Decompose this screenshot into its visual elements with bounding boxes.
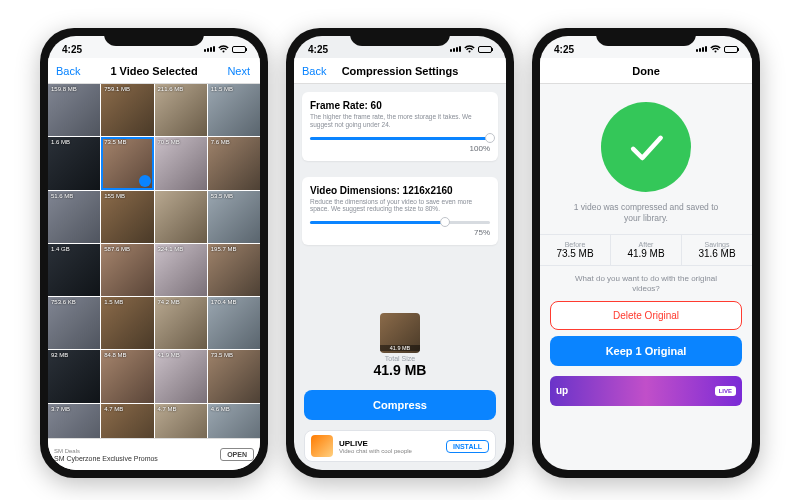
video-thumbnail[interactable]: 195.7 MB — [208, 244, 260, 296]
stats-row: Before 73.5 MB After 41.9 MB Savings 31.… — [540, 234, 752, 266]
before-value: 73.5 MB — [542, 248, 608, 259]
video-thumbnail[interactable]: 587.6 MB — [101, 244, 153, 296]
video-grid-scroll[interactable]: 159.8 MB759.1 MB211.6 MB11.5 MB1.6 MB73.… — [48, 84, 260, 438]
success-checkmark-icon — [601, 102, 691, 192]
video-thumbnail[interactable]: 73.5 MB — [101, 137, 153, 189]
frame-rate-desc: The higher the frame rate, the more stor… — [310, 113, 490, 129]
video-thumbnail[interactable]: 753.6 KB — [48, 297, 100, 349]
nav-bar: Back 1 Video Selected Next — [48, 58, 260, 84]
thumbnail-size: 41.9 MB — [158, 352, 180, 358]
thumbnail-size: 159.8 MB — [51, 86, 77, 92]
thumbnail-size: 7.6 MB — [211, 139, 230, 145]
thumbnail-size: 51.6 MB — [51, 193, 73, 199]
dimensions-slider[interactable] — [310, 221, 490, 224]
ad-tag: SM Deals — [54, 448, 80, 454]
dimensions-panel: Video Dimensions: 1216x2160 Reduce the d… — [302, 177, 498, 246]
thumbnail-size: 3.7 MB — [51, 406, 70, 412]
video-thumbnail[interactable]: 73.5 MB — [208, 350, 260, 402]
delete-original-button[interactable]: Delete Original — [550, 301, 742, 330]
banner-brand: up — [556, 385, 568, 396]
thumbnail-size: 74.2 MB — [158, 299, 180, 305]
thumbnail-size: 73.5 MB — [104, 139, 126, 145]
total-size-label: Total Size — [294, 355, 506, 362]
frame-rate-panel: Frame Rate: 60 The higher the frame rate… — [302, 92, 498, 161]
video-thumbnail[interactable]: 211.6 MB — [155, 84, 207, 136]
ad-install-button[interactable]: INSTALL — [446, 440, 489, 453]
video-thumbnail[interactable]: 70.5 MB — [155, 137, 207, 189]
video-thumbnail[interactable]: 3.7 MB — [48, 404, 100, 439]
keep-original-button[interactable]: Keep 1 Original — [550, 336, 742, 366]
after-value: 41.9 MB — [613, 248, 679, 259]
video-thumbnail[interactable]: 1.4 GB — [48, 244, 100, 296]
banner-live-badge: LIVE — [715, 386, 736, 396]
video-thumbnail[interactable]: 84.8 MB — [101, 350, 153, 402]
video-thumbnail[interactable]: 759.1 MB — [101, 84, 153, 136]
video-thumbnail[interactable]: 51.6 MB — [48, 191, 100, 243]
thumbnail-size: 41.9 MB — [380, 345, 420, 351]
thumbnail-size: 1.4 GB — [51, 246, 70, 252]
frame-rate-pct: 100% — [310, 144, 490, 153]
phone-3: 4:25 Done 1 video was compressed and sav… — [532, 28, 760, 478]
status-time: 4:25 — [308, 44, 328, 55]
battery-icon — [724, 46, 738, 53]
wifi-icon — [710, 45, 721, 53]
thumbnail-size: 84.8 MB — [104, 352, 126, 358]
thumbnail-size: 753.6 KB — [51, 299, 76, 305]
question-text: What do you want to do with the original… — [540, 274, 752, 295]
battery-icon — [478, 46, 492, 53]
video-thumbnail[interactable]: 1.5 MB — [101, 297, 153, 349]
thumbnail-size: 4.7 MB — [104, 406, 123, 412]
video-thumbnail[interactable]: 41.9 MB — [380, 313, 420, 353]
video-thumbnail[interactable]: 41.9 MB — [155, 350, 207, 402]
video-thumbnail[interactable] — [155, 191, 207, 243]
video-thumbnail[interactable]: 7.6 MB — [208, 137, 260, 189]
phone-1: 4:25 Back 1 Video Selected Next 159.8 MB… — [40, 28, 268, 478]
ad-open-button[interactable]: OPEN — [220, 448, 254, 461]
thumbnail-size: 195.7 MB — [211, 246, 237, 252]
video-thumbnail[interactable]: 159.8 MB — [48, 84, 100, 136]
status-time: 4:25 — [554, 44, 574, 55]
wifi-icon — [464, 45, 475, 53]
dimensions-pct: 75% — [310, 228, 490, 237]
next-button[interactable]: Next — [227, 65, 250, 77]
video-thumbnail[interactable]: 92 MB — [48, 350, 100, 402]
frame-rate-title: Frame Rate: 60 — [310, 100, 490, 111]
status-time: 4:25 — [62, 44, 82, 55]
thumbnail-size: 155 MB — [104, 193, 125, 199]
ad-banner[interactable]: up LIVE — [550, 376, 742, 406]
back-button[interactable]: Back — [302, 65, 326, 77]
thumbnail-size: 73.5 MB — [211, 352, 233, 358]
nav-bar: Done — [540, 58, 752, 84]
ad-card[interactable]: UPLIVE Video chat with cool people INSTA… — [304, 430, 496, 462]
signal-icon — [450, 46, 461, 52]
video-thumbnail[interactable]: 170.4 MB — [208, 297, 260, 349]
video-thumbnail[interactable]: 4.7 MB — [155, 404, 207, 439]
video-thumbnail[interactable]: 53.5 MB — [208, 191, 260, 243]
thumbnail-size: 1.6 MB — [51, 139, 70, 145]
compress-button[interactable]: Compress — [304, 390, 496, 420]
phone-2: 4:25 Back Compression Settings Frame Rat… — [286, 28, 514, 478]
ad-headline: SM Cyberzone Exclusive Promos — [54, 455, 158, 462]
thumbnail-size: 170.4 MB — [211, 299, 237, 305]
thumbnail-size: 759.1 MB — [104, 86, 130, 92]
thumbnail-size: 211.6 MB — [158, 86, 184, 92]
video-thumbnail[interactable]: 1.6 MB — [48, 137, 100, 189]
video-thumbnail[interactable]: 11.5 MB — [208, 84, 260, 136]
total-size-value: 41.9 MB — [294, 362, 506, 378]
notch — [350, 28, 450, 46]
ad-banner[interactable]: SM Deals SM Cyberzone Exclusive Promos O… — [48, 438, 260, 470]
video-thumbnail[interactable]: 4.6 MB — [208, 404, 260, 439]
thumbnail-size: 92 MB — [51, 352, 68, 358]
back-button[interactable]: Back — [56, 65, 80, 77]
ad-app-icon — [311, 435, 333, 457]
video-thumbnail[interactable]: 324.1 MB — [155, 244, 207, 296]
video-thumbnail[interactable]: 74.2 MB — [155, 297, 207, 349]
frame-rate-slider[interactable] — [310, 137, 490, 140]
savings-label: Savings — [684, 241, 750, 248]
page-title: 1 Video Selected — [110, 65, 197, 77]
video-thumbnail[interactable]: 4.7 MB — [101, 404, 153, 439]
video-thumbnail[interactable]: 155 MB — [101, 191, 153, 243]
thumbnail-size: 4.6 MB — [211, 406, 230, 412]
after-label: After — [613, 241, 679, 248]
page-title: Done — [632, 65, 660, 77]
